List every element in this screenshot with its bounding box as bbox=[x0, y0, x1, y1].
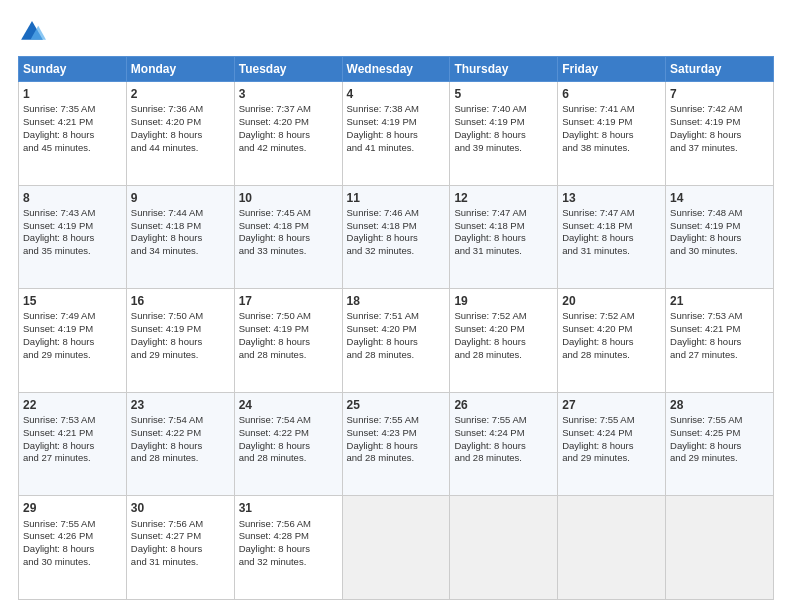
day-info-line: and 29 minutes. bbox=[23, 349, 122, 362]
week-row-4: 22Sunrise: 7:53 AMSunset: 4:21 PMDayligh… bbox=[19, 392, 774, 496]
day-info-line: and 28 minutes. bbox=[239, 349, 338, 362]
day-info-line: Sunrise: 7:37 AM bbox=[239, 103, 338, 116]
day-info-line: Sunrise: 7:46 AM bbox=[347, 207, 446, 220]
day-info-line: Daylight: 8 hours bbox=[239, 232, 338, 245]
day-info-line: Sunset: 4:20 PM bbox=[562, 323, 661, 336]
week-row-1: 1Sunrise: 7:35 AMSunset: 4:21 PMDaylight… bbox=[19, 82, 774, 186]
day-info-line: Sunrise: 7:55 AM bbox=[347, 414, 446, 427]
day-info-line: Sunrise: 7:54 AM bbox=[131, 414, 230, 427]
day-info-line: Sunset: 4:19 PM bbox=[670, 116, 769, 129]
calendar-cell: 27Sunrise: 7:55 AMSunset: 4:24 PMDayligh… bbox=[558, 392, 666, 496]
day-info-line: and 31 minutes. bbox=[131, 556, 230, 569]
day-info-line: and 28 minutes. bbox=[131, 452, 230, 465]
day-info-line: Sunset: 4:19 PM bbox=[23, 323, 122, 336]
day-info-line: and 45 minutes. bbox=[23, 142, 122, 155]
day-info-line: Daylight: 8 hours bbox=[562, 129, 661, 142]
day-info-line: Sunset: 4:28 PM bbox=[239, 530, 338, 543]
col-header-wednesday: Wednesday bbox=[342, 57, 450, 82]
day-info-line: Sunrise: 7:43 AM bbox=[23, 207, 122, 220]
day-number: 10 bbox=[239, 190, 338, 206]
day-info-line: Sunset: 4:22 PM bbox=[239, 427, 338, 440]
col-header-saturday: Saturday bbox=[666, 57, 774, 82]
day-number: 8 bbox=[23, 190, 122, 206]
day-info-line: and 37 minutes. bbox=[670, 142, 769, 155]
day-info-line: Sunset: 4:19 PM bbox=[23, 220, 122, 233]
day-info-line: Sunset: 4:18 PM bbox=[562, 220, 661, 233]
day-info-line: and 28 minutes. bbox=[454, 452, 553, 465]
day-info-line: Daylight: 8 hours bbox=[131, 232, 230, 245]
day-info-line: and 31 minutes. bbox=[562, 245, 661, 258]
day-info-line: Daylight: 8 hours bbox=[23, 336, 122, 349]
day-number: 11 bbox=[347, 190, 446, 206]
day-info-line: Daylight: 8 hours bbox=[562, 440, 661, 453]
day-info-line: Sunrise: 7:54 AM bbox=[239, 414, 338, 427]
day-info-line: Sunset: 4:22 PM bbox=[131, 427, 230, 440]
day-info-line: Sunrise: 7:56 AM bbox=[239, 518, 338, 531]
day-info-line: and 39 minutes. bbox=[454, 142, 553, 155]
day-info-line: Sunrise: 7:41 AM bbox=[562, 103, 661, 116]
day-info-line: Sunset: 4:24 PM bbox=[454, 427, 553, 440]
calendar-cell: 5Sunrise: 7:40 AMSunset: 4:19 PMDaylight… bbox=[450, 82, 558, 186]
calendar-cell: 15Sunrise: 7:49 AMSunset: 4:19 PMDayligh… bbox=[19, 289, 127, 393]
day-info-line: Sunset: 4:18 PM bbox=[239, 220, 338, 233]
calendar-cell: 16Sunrise: 7:50 AMSunset: 4:19 PMDayligh… bbox=[126, 289, 234, 393]
day-info-line: Daylight: 8 hours bbox=[670, 129, 769, 142]
calendar-cell: 7Sunrise: 7:42 AMSunset: 4:19 PMDaylight… bbox=[666, 82, 774, 186]
day-number: 14 bbox=[670, 190, 769, 206]
day-info-line: Sunrise: 7:35 AM bbox=[23, 103, 122, 116]
day-number: 25 bbox=[347, 397, 446, 413]
day-info-line: Sunrise: 7:53 AM bbox=[670, 310, 769, 323]
day-info-line: Daylight: 8 hours bbox=[454, 129, 553, 142]
col-header-sunday: Sunday bbox=[19, 57, 127, 82]
calendar-cell: 1Sunrise: 7:35 AMSunset: 4:21 PMDaylight… bbox=[19, 82, 127, 186]
day-info-line: and 30 minutes. bbox=[23, 556, 122, 569]
day-info-line: Sunrise: 7:49 AM bbox=[23, 310, 122, 323]
day-info-line: Sunrise: 7:44 AM bbox=[131, 207, 230, 220]
day-info-line: Sunset: 4:23 PM bbox=[347, 427, 446, 440]
day-info-line: Sunrise: 7:56 AM bbox=[131, 518, 230, 531]
day-number: 31 bbox=[239, 500, 338, 516]
calendar-cell: 23Sunrise: 7:54 AMSunset: 4:22 PMDayligh… bbox=[126, 392, 234, 496]
header bbox=[18, 18, 774, 46]
day-info-line: Daylight: 8 hours bbox=[670, 232, 769, 245]
day-info-line: and 30 minutes. bbox=[670, 245, 769, 258]
day-number: 17 bbox=[239, 293, 338, 309]
day-info-line: Sunrise: 7:45 AM bbox=[239, 207, 338, 220]
day-info-line: Sunrise: 7:47 AM bbox=[454, 207, 553, 220]
day-info-line: Daylight: 8 hours bbox=[454, 440, 553, 453]
day-number: 18 bbox=[347, 293, 446, 309]
calendar-cell: 31Sunrise: 7:56 AMSunset: 4:28 PMDayligh… bbox=[234, 496, 342, 600]
day-info-line: Sunrise: 7:51 AM bbox=[347, 310, 446, 323]
day-info-line: Sunrise: 7:52 AM bbox=[454, 310, 553, 323]
day-info-line: Sunrise: 7:55 AM bbox=[23, 518, 122, 531]
day-info-line: and 32 minutes. bbox=[239, 556, 338, 569]
day-info-line: and 33 minutes. bbox=[239, 245, 338, 258]
calendar-cell: 3Sunrise: 7:37 AMSunset: 4:20 PMDaylight… bbox=[234, 82, 342, 186]
day-info-line: Sunrise: 7:53 AM bbox=[23, 414, 122, 427]
day-info-line: Sunrise: 7:55 AM bbox=[562, 414, 661, 427]
day-info-line: Sunrise: 7:38 AM bbox=[347, 103, 446, 116]
day-info-line: Sunset: 4:27 PM bbox=[131, 530, 230, 543]
day-info-line: Sunset: 4:19 PM bbox=[670, 220, 769, 233]
calendar-cell: 22Sunrise: 7:53 AMSunset: 4:21 PMDayligh… bbox=[19, 392, 127, 496]
calendar-cell: 19Sunrise: 7:52 AMSunset: 4:20 PMDayligh… bbox=[450, 289, 558, 393]
day-info-line: and 35 minutes. bbox=[23, 245, 122, 258]
day-info-line: Daylight: 8 hours bbox=[670, 440, 769, 453]
week-row-3: 15Sunrise: 7:49 AMSunset: 4:19 PMDayligh… bbox=[19, 289, 774, 393]
day-info-line: and 38 minutes. bbox=[562, 142, 661, 155]
day-info-line: Sunset: 4:19 PM bbox=[562, 116, 661, 129]
day-number: 19 bbox=[454, 293, 553, 309]
day-info-line: Sunrise: 7:50 AM bbox=[131, 310, 230, 323]
day-info-line: Sunset: 4:19 PM bbox=[239, 323, 338, 336]
calendar-cell: 21Sunrise: 7:53 AMSunset: 4:21 PMDayligh… bbox=[666, 289, 774, 393]
day-info-line: Daylight: 8 hours bbox=[454, 336, 553, 349]
week-row-2: 8Sunrise: 7:43 AMSunset: 4:19 PMDaylight… bbox=[19, 185, 774, 289]
day-info-line: and 28 minutes. bbox=[347, 349, 446, 362]
day-number: 7 bbox=[670, 86, 769, 102]
day-number: 26 bbox=[454, 397, 553, 413]
day-info-line: Sunrise: 7:50 AM bbox=[239, 310, 338, 323]
day-info-line: Sunset: 4:19 PM bbox=[454, 116, 553, 129]
day-number: 16 bbox=[131, 293, 230, 309]
day-number: 4 bbox=[347, 86, 446, 102]
calendar-cell bbox=[666, 496, 774, 600]
